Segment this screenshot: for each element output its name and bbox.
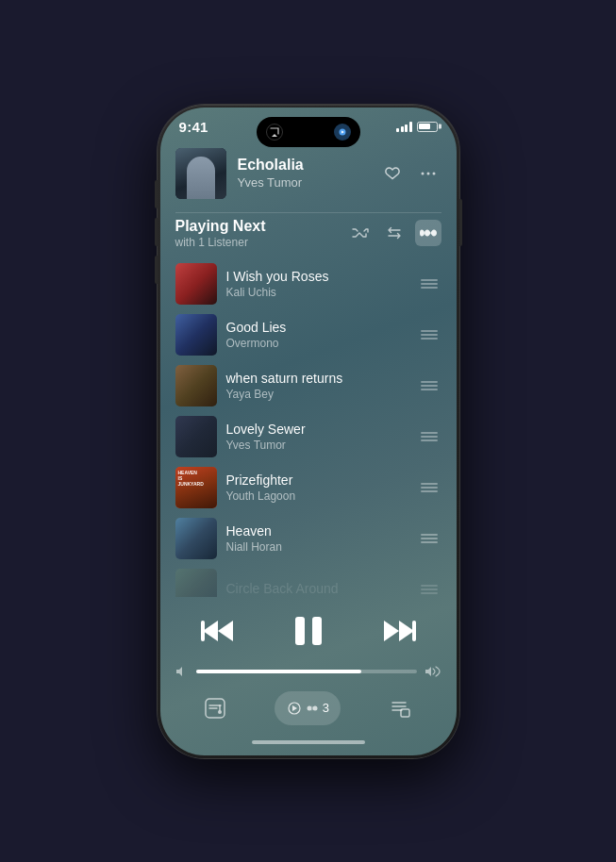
track-artist-5: Youth Lagoon <box>226 489 408 503</box>
repeat-button[interactable] <box>381 220 408 246</box>
track-thumb-5: HEAVENISJUNKYARD <box>175 467 217 508</box>
battery-fill <box>419 124 430 129</box>
volume-high-icon <box>425 665 441 678</box>
dynamic-island <box>257 117 360 147</box>
more-button[interactable] <box>415 160 441 187</box>
favorite-button[interactable] <box>379 160 406 187</box>
now-playing-title: Echolalia <box>238 157 368 174</box>
now-playing-section: Echolalia Yves Tumor <box>160 141 457 210</box>
signal-bars <box>396 121 412 132</box>
status-icons <box>396 121 438 132</box>
now-playing-album-art <box>175 148 226 199</box>
playing-next-text: Playing Next with 1 Listener <box>175 218 266 249</box>
svg-marker-14 <box>425 667 431 676</box>
phone-frame: 9:41 <box>158 105 459 758</box>
forward-button[interactable] <box>380 617 418 645</box>
track-info-6: Heaven Niall Horan <box>226 523 408 554</box>
track-item[interactable]: Heaven Niall Horan <box>164 513 453 564</box>
pause-button[interactable] <box>284 606 333 655</box>
svg-marker-13 <box>176 667 182 676</box>
track-title-2: Good Lies <box>226 320 408 335</box>
track-title-1: I Wish you Roses <box>226 269 408 284</box>
track-thumb-2 <box>175 314 217 356</box>
track-thumb-6 <box>175 518 217 559</box>
svg-marker-5 <box>203 621 218 641</box>
track-info-1: I Wish you Roses Kali Uchis <box>226 269 408 299</box>
track-info-4: Lovely Sewer Yves Tumor <box>226 422 408 452</box>
drag-handle-4[interactable] <box>417 428 441 445</box>
volume-track[interactable] <box>196 670 417 673</box>
track-thumb-7 <box>175 569 217 597</box>
thumb-visual-4 <box>175 416 217 457</box>
bottom-bar: 3 <box>160 686 457 735</box>
album-art-figure <box>187 157 215 199</box>
home-bar <box>252 740 365 744</box>
track-list: I Wish you Roses Kali Uchis Good Lies Ov… <box>160 258 457 597</box>
status-time: 9:41 <box>179 119 208 135</box>
track-thumb-1 <box>175 263 217 305</box>
svg-marker-18 <box>292 705 297 711</box>
drag-handle-2[interactable] <box>417 326 441 343</box>
svg-marker-11 <box>399 621 414 641</box>
drag-handle-5[interactable] <box>417 479 441 496</box>
svg-rect-8 <box>295 617 305 645</box>
signal-bar-1 <box>396 128 399 132</box>
now-playing-artist: Yves Tumor <box>238 175 368 190</box>
shareplay-count: 3 <box>323 701 329 715</box>
drag-handle-3[interactable] <box>417 377 441 394</box>
track-artist-1: Kali Uchis <box>226 286 408 299</box>
track-title-5: Prizefighter <box>226 472 408 488</box>
svg-point-4 <box>432 172 435 174</box>
queue-button[interactable] <box>380 691 422 725</box>
track-artist-3: Yaya Bey <box>226 388 408 401</box>
track-title-3: when saturn returns <box>226 371 408 386</box>
signal-bar-3 <box>405 124 408 132</box>
infinity-button[interactable] <box>415 220 441 246</box>
svg-rect-12 <box>412 621 416 641</box>
svg-rect-9 <box>312 617 322 645</box>
track-artist-2: Overmono <box>226 337 408 350</box>
phone-screen: 9:41 <box>160 108 457 755</box>
track-item[interactable]: Circle Back Around <box>164 564 453 597</box>
track-thumb-3 <box>175 365 217 406</box>
track-info-5: Prizefighter Youth Lagoon <box>226 472 408 503</box>
thumb-visual-2 <box>175 314 217 356</box>
drag-handle-7[interactable] <box>417 581 441 596</box>
track-info-3: when saturn returns Yaya Bey <box>226 371 408 401</box>
track-item[interactable]: Good Lies Overmono <box>164 309 453 360</box>
battery-icon <box>417 122 438 132</box>
track-item[interactable]: I Wish you Roses Kali Uchis <box>164 258 453 309</box>
signal-bar-4 <box>409 122 412 132</box>
drag-handle-6[interactable] <box>417 530 441 547</box>
track-info-2: Good Lies Overmono <box>226 320 408 350</box>
playing-next-label: Playing Next <box>175 218 266 235</box>
shareplay-button[interactable]: 3 <box>275 691 341 725</box>
dynamic-island-left <box>266 124 283 141</box>
shuffle-button[interactable] <box>347 220 374 246</box>
track-artist-4: Yves Tumor <box>226 439 408 452</box>
track-thumb-4 <box>175 416 217 457</box>
track-item[interactable]: Lovely Sewer Yves Tumor <box>164 411 453 462</box>
album-art-visual <box>175 148 226 199</box>
track-item[interactable]: HEAVENISJUNKYARD Prizefighter Youth Lago… <box>164 462 453 513</box>
svg-point-2 <box>421 172 424 174</box>
track-title-6: Heaven <box>226 523 408 539</box>
svg-point-19 <box>307 705 311 710</box>
signal-bar-2 <box>401 126 404 132</box>
now-playing-track-info: Echolalia Yves Tumor <box>238 157 368 190</box>
dynamic-island-right <box>334 124 351 141</box>
svg-point-3 <box>426 172 429 174</box>
thumb-visual-1 <box>175 263 217 305</box>
track-title-7: Circle Back Around <box>226 581 408 596</box>
volume-bar <box>160 661 457 686</box>
lyrics-button[interactable] <box>194 691 236 725</box>
queue-controls <box>347 220 441 246</box>
svg-rect-7 <box>201 621 205 641</box>
drag-handle-1[interactable] <box>417 275 441 292</box>
track-info-7: Circle Back Around <box>226 581 408 597</box>
svg-marker-10 <box>384 621 399 641</box>
track-item[interactable]: when saturn returns Yaya Bey <box>164 360 453 411</box>
svg-marker-6 <box>218 621 233 641</box>
playing-next-header: Playing Next with 1 Listener <box>160 214 457 258</box>
rewind-button[interactable] <box>199 617 237 645</box>
